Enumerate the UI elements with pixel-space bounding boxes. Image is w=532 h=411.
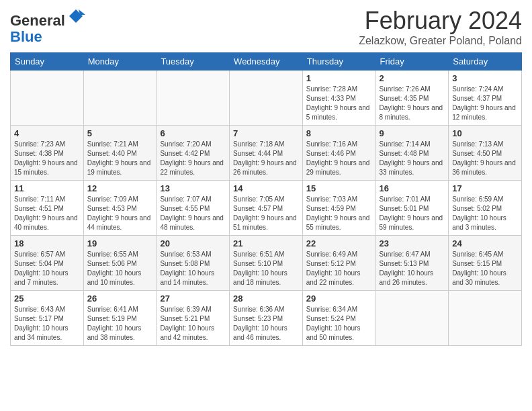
day-info: Sunrise: 7:03 AM Sunset: 4:59 PM Dayligh… (306, 195, 372, 232)
day-number: 29 (306, 293, 372, 304)
day-number: 24 (452, 238, 518, 248)
day-number: 14 (233, 183, 299, 193)
day-number: 25 (14, 293, 80, 304)
day-number: 15 (306, 183, 372, 193)
day-number: 16 (380, 183, 445, 193)
table-row (230, 71, 303, 126)
day-number: 13 (160, 183, 226, 193)
logo: General Blue (10, 7, 85, 45)
day-number: 2 (380, 73, 445, 83)
table-row: 23Sunrise: 6:47 AM Sunset: 5:13 PM Dayli… (375, 236, 449, 291)
table-row: 22Sunrise: 6:49 AM Sunset: 5:12 PM Dayli… (302, 236, 375, 291)
table-row: 16Sunrise: 7:01 AM Sunset: 5:01 PM Dayli… (375, 181, 449, 236)
table-row (375, 291, 449, 346)
logo-general-text: General (10, 12, 65, 29)
day-info: Sunrise: 7:20 AM Sunset: 4:42 PM Dayligh… (160, 140, 226, 177)
day-info: Sunrise: 7:18 AM Sunset: 4:44 PM Dayligh… (233, 140, 299, 177)
table-row: 8Sunrise: 7:16 AM Sunset: 4:46 PM Daylig… (302, 126, 375, 181)
day-number: 18 (14, 238, 80, 248)
table-row: 24Sunrise: 6:45 AM Sunset: 5:15 PM Dayli… (449, 236, 522, 291)
table-row: 9Sunrise: 7:14 AM Sunset: 4:48 PM Daylig… (375, 126, 449, 181)
day-info: Sunrise: 7:09 AM Sunset: 4:53 PM Dayligh… (87, 195, 153, 232)
header-thursday: Thursday (302, 53, 375, 71)
days-header-row: Sunday Monday Tuesday Wednesday Thursday… (11, 53, 522, 71)
title-area: February 2024 Zelazkow, Greater Poland, … (359, 7, 522, 47)
table-row: 2Sunrise: 7:26 AM Sunset: 4:35 PM Daylig… (375, 71, 449, 126)
day-info: Sunrise: 6:43 AM Sunset: 5:17 PM Dayligh… (14, 305, 80, 342)
day-info: Sunrise: 7:11 AM Sunset: 4:51 PM Dayligh… (14, 195, 80, 232)
table-row: 15Sunrise: 7:03 AM Sunset: 4:59 PM Dayli… (302, 181, 375, 236)
day-info: Sunrise: 6:39 AM Sunset: 5:21 PM Dayligh… (160, 305, 226, 342)
table-row: 4Sunrise: 7:23 AM Sunset: 4:38 PM Daylig… (11, 126, 84, 181)
day-number: 4 (14, 128, 80, 138)
table-row: 27Sunrise: 6:39 AM Sunset: 5:21 PM Dayli… (157, 291, 230, 346)
day-info: Sunrise: 6:59 AM Sunset: 5:02 PM Dayligh… (452, 195, 518, 232)
calendar-table: Sunday Monday Tuesday Wednesday Thursday… (10, 52, 522, 346)
table-row: 20Sunrise: 6:53 AM Sunset: 5:08 PM Dayli… (157, 236, 230, 291)
table-row: 29Sunrise: 6:34 AM Sunset: 5:24 PM Dayli… (302, 291, 375, 346)
table-row: 25Sunrise: 6:43 AM Sunset: 5:17 PM Dayli… (11, 291, 84, 346)
table-row: 12Sunrise: 7:09 AM Sunset: 4:53 PM Dayli… (83, 181, 157, 236)
day-number: 17 (452, 183, 518, 193)
week-row-1: 4Sunrise: 7:23 AM Sunset: 4:38 PM Daylig… (11, 126, 522, 181)
day-number: 12 (87, 183, 153, 193)
day-info: Sunrise: 6:41 AM Sunset: 5:19 PM Dayligh… (87, 305, 153, 342)
table-row: 10Sunrise: 7:13 AM Sunset: 4:50 PM Dayli… (449, 126, 522, 181)
table-row: 7Sunrise: 7:18 AM Sunset: 4:44 PM Daylig… (230, 126, 303, 181)
header-sunday: Sunday (11, 53, 84, 71)
day-info: Sunrise: 7:28 AM Sunset: 4:33 PM Dayligh… (306, 85, 372, 122)
day-number: 22 (306, 238, 372, 248)
day-number: 9 (380, 128, 445, 138)
day-number: 28 (233, 293, 299, 304)
table-row: 13Sunrise: 7:07 AM Sunset: 4:55 PM Dayli… (157, 181, 230, 236)
week-row-2: 11Sunrise: 7:11 AM Sunset: 4:51 PM Dayli… (11, 181, 522, 236)
table-row: 19Sunrise: 6:55 AM Sunset: 5:06 PM Dayli… (83, 236, 157, 291)
day-info: Sunrise: 7:16 AM Sunset: 4:46 PM Dayligh… (306, 140, 372, 177)
day-info: Sunrise: 7:21 AM Sunset: 4:40 PM Dayligh… (87, 140, 153, 177)
day-info: Sunrise: 6:49 AM Sunset: 5:12 PM Dayligh… (306, 250, 372, 287)
week-row-4: 25Sunrise: 6:43 AM Sunset: 5:17 PM Dayli… (11, 291, 522, 346)
page: General Blue February 2024 Zelazkow, Gre… (0, 0, 532, 411)
table-row (449, 291, 522, 346)
day-info: Sunrise: 6:53 AM Sunset: 5:08 PM Dayligh… (160, 250, 226, 287)
day-info: Sunrise: 7:01 AM Sunset: 5:01 PM Dayligh… (380, 195, 445, 232)
table-row: 21Sunrise: 6:51 AM Sunset: 5:10 PM Dayli… (230, 236, 303, 291)
day-number: 26 (87, 293, 153, 304)
logo-blue-text: Blue (10, 28, 42, 45)
day-number: 23 (380, 238, 445, 248)
day-info: Sunrise: 6:45 AM Sunset: 5:15 PM Dayligh… (452, 250, 518, 287)
day-info: Sunrise: 6:57 AM Sunset: 5:04 PM Dayligh… (14, 250, 80, 287)
day-number: 7 (233, 128, 299, 138)
day-number: 5 (87, 128, 153, 138)
calendar-title: February 2024 (359, 7, 522, 35)
header-monday: Monday (83, 53, 157, 71)
header-saturday: Saturday (449, 53, 522, 71)
table-row (157, 71, 230, 126)
week-row-3: 18Sunrise: 6:57 AM Sunset: 5:04 PM Dayli… (11, 236, 522, 291)
day-number: 11 (14, 183, 80, 193)
day-number: 1 (306, 73, 372, 83)
day-info: Sunrise: 7:23 AM Sunset: 4:38 PM Dayligh… (14, 140, 80, 177)
day-number: 8 (306, 128, 372, 138)
day-number: 10 (452, 128, 518, 138)
header-area: General Blue February 2024 Zelazkow, Gre… (10, 7, 522, 47)
day-info: Sunrise: 6:47 AM Sunset: 5:13 PM Dayligh… (380, 250, 445, 287)
day-number: 20 (160, 238, 226, 248)
logo-icon (66, 7, 85, 26)
day-info: Sunrise: 7:24 AM Sunset: 4:37 PM Dayligh… (452, 85, 518, 122)
day-number: 3 (452, 73, 518, 83)
day-number: 27 (160, 293, 226, 304)
table-row (11, 71, 84, 126)
header-wednesday: Wednesday (230, 53, 303, 71)
calendar-subtitle: Zelazkow, Greater Poland, Poland (359, 35, 522, 47)
table-row: 6Sunrise: 7:20 AM Sunset: 4:42 PM Daylig… (157, 126, 230, 181)
day-info: Sunrise: 6:34 AM Sunset: 5:24 PM Dayligh… (306, 305, 372, 342)
day-info: Sunrise: 7:26 AM Sunset: 4:35 PM Dayligh… (380, 85, 445, 122)
table-row: 28Sunrise: 6:36 AM Sunset: 5:23 PM Dayli… (230, 291, 303, 346)
table-row: 5Sunrise: 7:21 AM Sunset: 4:40 PM Daylig… (83, 126, 157, 181)
day-number: 6 (160, 128, 226, 138)
table-row: 11Sunrise: 7:11 AM Sunset: 4:51 PM Dayli… (11, 181, 84, 236)
day-number: 19 (87, 238, 153, 248)
day-info: Sunrise: 6:55 AM Sunset: 5:06 PM Dayligh… (87, 250, 153, 287)
day-info: Sunrise: 7:14 AM Sunset: 4:48 PM Dayligh… (380, 140, 445, 177)
